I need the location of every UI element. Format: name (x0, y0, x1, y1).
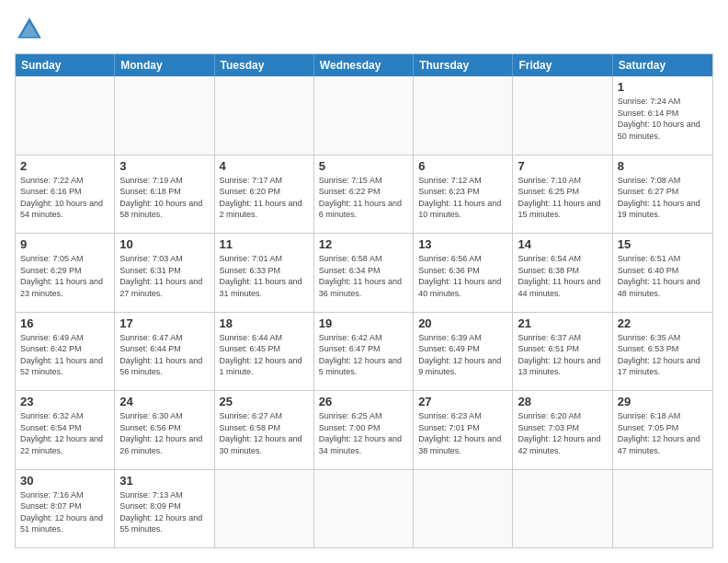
day-info: Sunrise: 7:13 AM Sunset: 8:09 PM Dayligh… (119, 489, 209, 535)
day-info: Sunrise: 6:18 AM Sunset: 7:05 PM Dayligh… (618, 410, 708, 456)
day-info: Sunrise: 6:30 AM Sunset: 6:56 PM Dayligh… (119, 410, 209, 456)
calendar-cell: 22Sunrise: 6:35 AM Sunset: 6:53 PM Dayli… (613, 313, 712, 391)
day-info: Sunrise: 7:08 AM Sunset: 6:27 PM Dayligh… (618, 175, 708, 221)
day-info: Sunrise: 7:05 AM Sunset: 6:29 PM Dayligh… (20, 253, 109, 299)
day-number: 16 (20, 316, 109, 330)
day-number: 25 (220, 395, 309, 408)
day-number: 24 (119, 395, 209, 408)
calendar-cell: 31Sunrise: 7:13 AM Sunset: 8:09 PM Dayli… (115, 470, 214, 548)
day-number: 11 (220, 237, 309, 251)
day-info: Sunrise: 6:39 AM Sunset: 6:49 PM Dayligh… (418, 332, 507, 378)
calendar: SundayMondayTuesdayWednesdayThursdayFrid… (15, 53, 713, 548)
day-number: 19 (319, 316, 408, 330)
day-number: 27 (418, 395, 507, 408)
calendar-cell: 27Sunrise: 6:23 AM Sunset: 7:01 PM Dayli… (414, 391, 513, 469)
day-number: 20 (418, 316, 507, 330)
day-info: Sunrise: 6:49 AM Sunset: 6:42 PM Dayligh… (20, 332, 109, 378)
day-number: 18 (220, 316, 309, 330)
day-info: Sunrise: 6:25 AM Sunset: 7:00 PM Dayligh… (319, 410, 408, 456)
calendar-cell: 26Sunrise: 6:25 AM Sunset: 7:00 PM Dayli… (314, 391, 414, 469)
day-info: Sunrise: 6:58 AM Sunset: 6:34 PM Dayligh… (319, 253, 408, 299)
calendar-row-5: 23Sunrise: 6:32 AM Sunset: 6:54 PM Dayli… (16, 390, 712, 469)
page: SundayMondayTuesdayWednesdayThursdayFrid… (0, 0, 728, 563)
calendar-row-2: 2Sunrise: 7:22 AM Sunset: 6:16 PM Daylig… (16, 155, 712, 234)
day-number: 12 (319, 237, 408, 251)
calendar-cell: 24Sunrise: 6:30 AM Sunset: 6:56 PM Dayli… (115, 391, 214, 469)
header-day-friday: Friday (513, 54, 612, 76)
calendar-cell: 5Sunrise: 7:15 AM Sunset: 6:22 PM Daylig… (314, 155, 414, 234)
day-number: 17 (119, 316, 209, 330)
header-day-sunday: Sunday (16, 54, 115, 76)
day-number: 6 (418, 159, 507, 173)
day-number: 21 (518, 316, 607, 330)
calendar-cell (115, 76, 214, 155)
calendar-cell: 3Sunrise: 7:19 AM Sunset: 6:18 PM Daylig… (115, 155, 214, 234)
day-number: 26 (319, 395, 408, 408)
day-info: Sunrise: 6:56 AM Sunset: 6:36 PM Dayligh… (418, 253, 507, 299)
calendar-cell: 2Sunrise: 7:22 AM Sunset: 6:16 PM Daylig… (16, 155, 115, 234)
day-number: 13 (418, 237, 507, 251)
logo (15, 15, 46, 44)
day-number: 14 (518, 237, 607, 251)
day-number: 9 (20, 237, 109, 251)
day-number: 29 (618, 395, 708, 408)
day-number: 10 (119, 237, 209, 251)
calendar-cell (613, 470, 712, 548)
day-info: Sunrise: 6:42 AM Sunset: 6:47 PM Dayligh… (319, 332, 408, 378)
header (15, 15, 713, 44)
day-info: Sunrise: 6:47 AM Sunset: 6:44 PM Dayligh… (119, 332, 209, 378)
day-number: 28 (518, 395, 607, 408)
day-info: Sunrise: 6:51 AM Sunset: 6:40 PM Dayligh… (618, 253, 708, 299)
calendar-cell: 9Sunrise: 7:05 AM Sunset: 6:29 PM Daylig… (16, 234, 115, 312)
calendar-cell: 29Sunrise: 6:18 AM Sunset: 7:05 PM Dayli… (613, 391, 712, 469)
day-info: Sunrise: 6:27 AM Sunset: 6:58 PM Dayligh… (220, 410, 309, 456)
day-number: 22 (618, 316, 708, 330)
day-number: 3 (119, 159, 209, 173)
day-number: 2 (20, 159, 109, 173)
day-info: Sunrise: 7:01 AM Sunset: 6:33 PM Dayligh… (220, 253, 309, 299)
day-info: Sunrise: 7:22 AM Sunset: 6:16 PM Dayligh… (20, 175, 109, 221)
header-day-tuesday: Tuesday (215, 54, 314, 76)
day-number: 7 (518, 159, 607, 173)
day-number: 15 (618, 237, 708, 251)
calendar-cell: 19Sunrise: 6:42 AM Sunset: 6:47 PM Dayli… (314, 313, 414, 391)
calendar-cell: 8Sunrise: 7:08 AM Sunset: 6:27 PM Daylig… (613, 155, 712, 234)
calendar-cell (513, 470, 612, 548)
calendar-cell (314, 76, 414, 155)
day-info: Sunrise: 6:54 AM Sunset: 6:38 PM Dayligh… (518, 253, 607, 299)
calendar-cell (215, 470, 314, 548)
calendar-row-1: 1Sunrise: 7:24 AM Sunset: 6:14 PM Daylig… (16, 76, 712, 155)
day-number: 8 (618, 159, 708, 173)
calendar-cell (414, 76, 513, 155)
calendar-row-6: 30Sunrise: 7:16 AM Sunset: 8:07 PM Dayli… (16, 469, 712, 548)
calendar-cell (215, 76, 314, 155)
logo-icon (15, 15, 44, 44)
calendar-cell: 23Sunrise: 6:32 AM Sunset: 6:54 PM Dayli… (16, 391, 115, 469)
calendar-cell: 12Sunrise: 6:58 AM Sunset: 6:34 PM Dayli… (314, 234, 414, 312)
calendar-cell: 4Sunrise: 7:17 AM Sunset: 6:20 PM Daylig… (215, 155, 314, 234)
calendar-row-3: 9Sunrise: 7:05 AM Sunset: 6:29 PM Daylig… (16, 233, 712, 312)
calendar-cell: 30Sunrise: 7:16 AM Sunset: 8:07 PM Dayli… (16, 470, 115, 548)
calendar-body: 1Sunrise: 7:24 AM Sunset: 6:14 PM Daylig… (16, 76, 712, 547)
day-info: Sunrise: 6:37 AM Sunset: 6:51 PM Dayligh… (518, 332, 607, 378)
day-number: 1 (618, 80, 708, 94)
day-info: Sunrise: 6:23 AM Sunset: 7:01 PM Dayligh… (418, 410, 507, 456)
calendar-cell: 20Sunrise: 6:39 AM Sunset: 6:49 PM Dayli… (414, 313, 513, 391)
calendar-cell: 11Sunrise: 7:01 AM Sunset: 6:33 PM Dayli… (215, 234, 314, 312)
day-info: Sunrise: 7:19 AM Sunset: 6:18 PM Dayligh… (119, 175, 209, 221)
day-info: Sunrise: 6:32 AM Sunset: 6:54 PM Dayligh… (20, 410, 109, 456)
header-day-saturday: Saturday (613, 54, 712, 76)
calendar-cell: 28Sunrise: 6:20 AM Sunset: 7:03 PM Dayli… (513, 391, 612, 469)
calendar-cell: 17Sunrise: 6:47 AM Sunset: 6:44 PM Dayli… (115, 313, 214, 391)
header-day-monday: Monday (115, 54, 214, 76)
day-info: Sunrise: 7:16 AM Sunset: 8:07 PM Dayligh… (20, 489, 109, 535)
header-day-wednesday: Wednesday (314, 54, 414, 76)
calendar-cell: 7Sunrise: 7:10 AM Sunset: 6:25 PM Daylig… (513, 155, 612, 234)
day-number: 5 (319, 159, 408, 173)
day-info: Sunrise: 6:35 AM Sunset: 6:53 PM Dayligh… (618, 332, 708, 378)
header-day-thursday: Thursday (414, 54, 513, 76)
calendar-cell (414, 470, 513, 548)
calendar-header: SundayMondayTuesdayWednesdayThursdayFrid… (16, 54, 712, 76)
calendar-cell: 10Sunrise: 7:03 AM Sunset: 6:31 PM Dayli… (115, 234, 214, 312)
day-info: Sunrise: 6:44 AM Sunset: 6:45 PM Dayligh… (220, 332, 309, 378)
